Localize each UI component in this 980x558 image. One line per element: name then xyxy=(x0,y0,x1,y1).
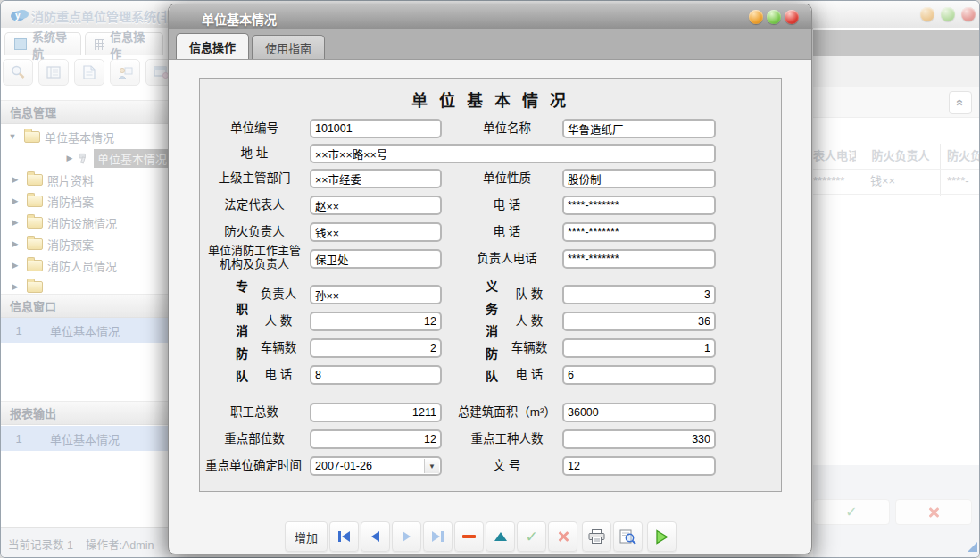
catalog-icon xyxy=(46,66,61,79)
tree-item-fire-facilities[interactable]: ▶ 消防设施情况 xyxy=(1,212,170,233)
cancel-button[interactable] xyxy=(548,521,577,552)
svg-text:y: y xyxy=(15,11,21,21)
dialog-minimize-button[interactable] xyxy=(749,10,763,24)
background-content-area: « 表人电话 防火负责人 防火负 ******* 钱×× ****- ✓ xyxy=(813,28,979,557)
x-icon xyxy=(927,506,940,519)
grid-column-header: 防火负责人 xyxy=(863,144,938,169)
tree-item-fire-personnel[interactable]: ▶ 消防人员情况 xyxy=(1,254,170,276)
tab-system-navigation[interactable]: 系统导航 xyxy=(4,32,81,55)
background-confirm-button[interactable]: ✓ xyxy=(813,499,890,525)
field-label: 单位名称 xyxy=(453,119,561,138)
search-button[interactable] xyxy=(3,59,33,86)
last-record-button[interactable] xyxy=(423,521,453,552)
field-label: 负责人电话 xyxy=(453,249,561,269)
dialog-close-button[interactable] xyxy=(785,10,799,24)
ft-people-field[interactable]: 12 xyxy=(310,312,442,331)
vol-people-field[interactable]: 36 xyxy=(562,312,716,331)
x-icon xyxy=(557,530,569,543)
tree-item-unit-basic-child[interactable]: ▶ 单位基本情况 xyxy=(1,147,170,169)
parent-dept-field[interactable]: ××市经委 xyxy=(310,169,442,188)
app-logo-icon: y xyxy=(10,8,29,21)
tree-item-fire-archives[interactable]: ▶ 消防档案 xyxy=(1,190,170,212)
volunteer-brigade-label: 义务消防队 xyxy=(482,280,500,392)
key-workers-field[interactable]: 330 xyxy=(562,429,716,449)
info-window-list-item[interactable]: 1 单位基本情况 xyxy=(1,318,170,343)
tree-item-photos[interactable]: ▶ 照片资料 xyxy=(1,169,170,190)
catalog-button[interactable] xyxy=(38,59,69,86)
tab-user-guide[interactable]: 使用指南 xyxy=(252,35,325,59)
collapse-panel-button[interactable]: « xyxy=(949,91,972,114)
delete-record-button[interactable] xyxy=(454,521,484,552)
run-button[interactable] xyxy=(647,521,677,552)
legal-phone-field[interactable]: ****-******* xyxy=(562,196,716,215)
chevron-right-icon: ▶ xyxy=(11,282,20,291)
address-field[interactable]: ××市××路××号 xyxy=(310,144,716,163)
tree-item-clipped[interactable]: ▶ xyxy=(1,276,170,294)
check-icon: ✓ xyxy=(525,528,537,546)
vol-vehicles-field[interactable]: 1 xyxy=(562,338,716,358)
tab-info-operation-dialog[interactable]: 信息操作 xyxy=(176,33,249,59)
grid-line xyxy=(813,194,979,195)
vol-teams-field[interactable]: 3 xyxy=(562,285,716,304)
fire-phone-field[interactable]: ****-******* xyxy=(562,222,716,242)
resize-grip[interactable] xyxy=(968,542,977,552)
folder-icon xyxy=(27,196,43,207)
ft-vehicles-field[interactable]: 2 xyxy=(310,338,442,358)
tab-label: 信息操作 xyxy=(110,28,154,62)
section-header-info-management: 信息管理 xyxy=(1,100,170,124)
tree-item-fire-plans[interactable]: ▶ 消防预案 xyxy=(1,233,170,254)
sidebar-toolbar xyxy=(3,59,176,86)
confirm-date-combo[interactable]: 2007-01-26 ▼ xyxy=(310,456,442,476)
field-label: 车辆数 xyxy=(250,338,307,358)
doc-number-field[interactable]: 12 xyxy=(562,456,716,476)
info-tree: ▼ 单位基本情况 ▶ 单位基本情况 ▶ 照片资料 ▶ 消防档案 xyxy=(1,126,170,294)
minimize-button[interactable] xyxy=(920,7,934,21)
field-label: 人 数 xyxy=(250,312,307,331)
field-label: 重点工种人数 xyxy=(452,429,562,449)
grid-cell: ******* xyxy=(813,169,858,194)
user-button[interactable] xyxy=(110,59,140,86)
background-cancel-button[interactable] xyxy=(895,499,972,525)
fire-dept-field[interactable]: 保卫处 xyxy=(310,249,442,269)
dialog-tabstrip: 信息操作 使用指南 xyxy=(169,29,811,60)
fire-officer-field[interactable]: 钱×× xyxy=(310,222,442,242)
print-preview-button[interactable] xyxy=(613,521,643,552)
unit-name-field[interactable]: 华鲁造纸厂 xyxy=(562,119,716,138)
field-label: 总建筑面积（m²） xyxy=(452,403,562,422)
tree-item-unit-basic-root[interactable]: ▼ 单位基本情况 xyxy=(1,126,170,147)
document-button[interactable] xyxy=(74,59,104,86)
field-label: 上级主管部门 xyxy=(202,169,307,188)
minus-icon xyxy=(462,535,476,538)
print-button[interactable] xyxy=(582,521,611,552)
chevron-right-icon: ▶ xyxy=(11,218,20,227)
edit-record-button[interactable] xyxy=(486,521,515,552)
folder-icon xyxy=(27,174,43,186)
maximize-button[interactable] xyxy=(941,7,955,21)
close-button[interactable] xyxy=(961,7,976,21)
dialog-maximize-button[interactable] xyxy=(767,10,781,24)
unit-type-field[interactable]: 股份制 xyxy=(562,169,716,188)
folder-icon xyxy=(27,260,43,271)
staff-total-field[interactable]: 1211 xyxy=(310,403,442,422)
background-tabstrip xyxy=(813,30,979,56)
unit-code-field[interactable]: 101001 xyxy=(310,119,442,138)
key-parts-field[interactable]: 12 xyxy=(310,429,442,449)
confirm-button[interactable]: ✓ xyxy=(517,521,546,552)
first-record-button[interactable] xyxy=(329,521,359,552)
previous-record-button[interactable] xyxy=(361,521,390,552)
dialog-toolbar: 增加 ✓ xyxy=(285,521,677,552)
ft-phone-field[interactable]: 8 xyxy=(310,365,442,385)
add-button[interactable]: 增加 xyxy=(285,521,328,552)
vol-phone-field[interactable]: 6 xyxy=(562,365,716,385)
ft-leader-field[interactable]: 孙×× xyxy=(310,285,442,304)
dialog-title: 单位基本情况 xyxy=(202,10,277,28)
building-area-field[interactable]: 36000 xyxy=(562,403,716,422)
legal-rep-field[interactable]: 赵×× xyxy=(310,196,442,215)
dialog-titlebar: 单位基本情况 xyxy=(169,4,811,29)
chevron-down-icon[interactable]: ▼ xyxy=(424,459,439,473)
tab-info-operation[interactable]: 信息操作 xyxy=(85,32,163,55)
officer-phone-field[interactable]: ****-******* xyxy=(562,249,716,269)
report-list-item[interactable]: 1 单位基本情况 xyxy=(1,426,170,451)
next-record-button[interactable] xyxy=(392,521,421,552)
check-icon: ✓ xyxy=(845,504,857,521)
